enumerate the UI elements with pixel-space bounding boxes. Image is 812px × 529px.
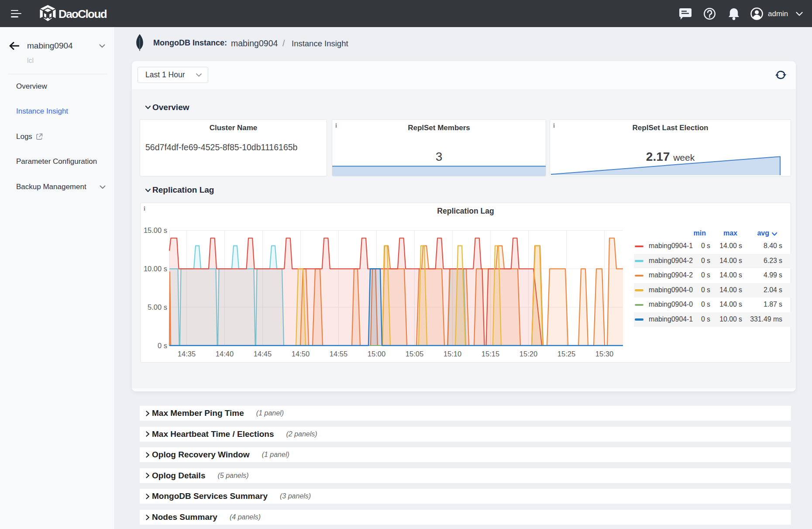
svg-text:15:05: 15:05 (406, 350, 423, 358)
svg-text:14:45: 14:45 (254, 350, 272, 358)
svg-text:15:25: 15:25 (557, 350, 575, 358)
svg-text:15:30: 15:30 (595, 350, 613, 358)
svg-text:15:15: 15:15 (482, 350, 499, 358)
svg-text:0 s: 0 s (158, 342, 167, 349)
svg-text:5.00 s: 5.00 s (148, 303, 167, 311)
svg-text:14:55: 14:55 (330, 350, 348, 358)
svg-text:14:35: 14:35 (178, 350, 196, 358)
svg-text:15:10: 15:10 (444, 350, 461, 358)
svg-text:15:00: 15:00 (368, 350, 385, 358)
svg-text:15.00 s: 15.00 s (144, 226, 167, 234)
svg-text:10.00 s: 10.00 s (144, 265, 167, 273)
svg-text:15:20: 15:20 (520, 350, 537, 358)
svg-text:14:50: 14:50 (292, 350, 310, 358)
svg-text:14:40: 14:40 (216, 350, 234, 358)
